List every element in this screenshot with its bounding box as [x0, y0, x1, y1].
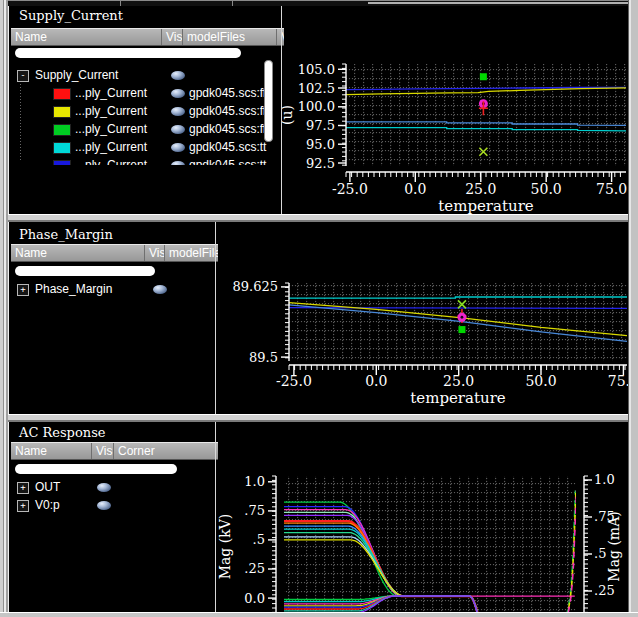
svg-text:1.0: 1.0 [244, 474, 265, 489]
signal-tree: - Supply_Current ...ply_Current gpdk045.… [11, 66, 281, 165]
window-right-frame [628, 0, 638, 617]
visibility-eye-icon[interactable] [171, 107, 185, 116]
svg-text:25.0: 25.0 [443, 373, 474, 389]
tree-row[interactable]: + OUT [11, 478, 215, 496]
trace-color-swatch [53, 160, 71, 165]
supply-current-plot[interactable]: -25.00.025.050.075.0temperature105.0102.… [282, 6, 629, 214]
column-header-corner[interactable]: Corner [113, 443, 218, 459]
modelfiles-value: gpdk045.scs:ff [189, 104, 266, 118]
tree-item-label: ...ply_Current [75, 122, 147, 136]
svg-text:75.0: 75.0 [596, 181, 627, 197]
tree-item-label: ...ply_Current [75, 86, 147, 100]
table-header: Name Vis Corner [11, 442, 218, 460]
visibility-eye-icon[interactable] [153, 285, 167, 294]
panel-title: AC Response [19, 425, 106, 440]
collapse-expander-icon[interactable]: - [17, 70, 29, 82]
horizontal-scrollbar-thumb[interactable] [15, 266, 155, 276]
svg-text:50.0: 50.0 [525, 373, 556, 389]
visibility-eye-icon[interactable] [171, 143, 185, 152]
trace-color-swatch [53, 142, 71, 154]
column-header-modelfiles[interactable]: modelFiles [182, 29, 276, 45]
column-header-name[interactable]: Name [11, 443, 91, 459]
ac-response-plot[interactable]: 1.0.75.5.250.0Mag (kV)1.0.75.5.25Mag (mA… [216, 420, 629, 617]
svg-text:-25.0: -25.0 [332, 181, 368, 197]
modelfiles-value: gpdk045.scs:tt [189, 140, 266, 154]
expand-expander-icon[interactable]: + [17, 284, 29, 296]
tree-row[interactable]: ...ply_Current gpdk045.scs:ff [11, 120, 281, 138]
tree-root-label: Phase_Margin [35, 282, 112, 296]
svg-text:92.5: 92.5 [306, 156, 335, 171]
tree-row[interactable]: + V0:p [11, 496, 215, 514]
tree-row[interactable]: ...ply_Current gpdk045.scs:ff [11, 84, 281, 102]
svg-text:temperature: temperature [410, 389, 506, 407]
svg-text:89.625: 89.625 [233, 279, 279, 294]
svg-text:50.0: 50.0 [531, 181, 562, 197]
svg-text:(u): (u) [282, 105, 295, 125]
window-bottom-edge [0, 612, 638, 617]
tree-row[interactable]: - Supply_Current [11, 66, 281, 84]
phase-margin-plot[interactable]: -25.00.025.050.075.0temperature89.62589.… [216, 222, 629, 414]
table-header: Name Vis modelFiles V [11, 28, 284, 46]
panel-ac-response: AC Response Name Vis Corner + OUT + V0:p… [8, 420, 628, 617]
vertical-scrollbar-thumb[interactable] [264, 60, 273, 142]
column-header-vis[interactable]: Vis [91, 443, 113, 459]
column-header-name[interactable]: Name [11, 29, 161, 45]
svg-text:-25.0: -25.0 [276, 373, 312, 389]
horizontal-scrollbar-thumb[interactable] [15, 464, 177, 474]
expand-expander-icon[interactable]: + [17, 500, 29, 512]
svg-text:1.0: 1.0 [594, 472, 615, 487]
tree-root-label: OUT [35, 480, 60, 494]
svg-text:Mag (mA): Mag (mA) [606, 511, 622, 581]
svg-text:.25: .25 [594, 583, 615, 598]
signal-tree: + Phase_Margin [11, 280, 215, 340]
visibility-eye-icon[interactable] [171, 71, 185, 80]
tree-row[interactable]: ...ply_Current gpdk045.scs:tt [11, 156, 281, 165]
trace-color-swatch [53, 124, 71, 136]
svg-text:.25: .25 [244, 561, 265, 576]
svg-text:75.0: 75.0 [608, 373, 629, 389]
column-header-vis[interactable]: Vis [161, 29, 182, 45]
tree-row[interactable]: ...ply_Current gpdk045.scs:tt [11, 138, 281, 156]
svg-text:.5: .5 [594, 546, 606, 561]
panel-title: Phase_Margin [19, 227, 113, 242]
waveform-viewer-window: Supply_Current Name Vis modelFiles V - S… [0, 0, 638, 617]
expand-expander-icon[interactable]: + [17, 482, 29, 494]
column-header-name[interactable]: Name [11, 245, 144, 261]
svg-text:.5: .5 [253, 532, 265, 547]
svg-text:0.0: 0.0 [244, 591, 265, 606]
svg-text:89.5: 89.5 [249, 350, 278, 365]
tree-root-label: V0:p [35, 498, 60, 512]
horizontal-scrollbar-thumb[interactable] [15, 48, 241, 58]
svg-text:97.5: 97.5 [306, 118, 335, 133]
visibility-eye-icon[interactable] [171, 89, 185, 98]
visibility-eye-icon[interactable] [97, 501, 111, 510]
column-header-modelfiles[interactable]: modelFiles [164, 245, 218, 261]
modelfiles-value: gpdk045.scs:ff [189, 122, 266, 136]
panel-phase-margin: Phase_Margin Name Vis modelFiles + Phase… [8, 222, 628, 414]
svg-text:100.0: 100.0 [298, 99, 335, 114]
signal-tree: + OUT + V0:p [11, 478, 215, 538]
svg-text:105.0: 105.0 [298, 62, 335, 77]
visibility-eye-icon[interactable] [97, 483, 111, 492]
panel-supply-current: Supply_Current Name Vis modelFiles V - S… [8, 6, 628, 214]
panel-title: Supply_Current [19, 8, 123, 23]
panel-splitter[interactable] [8, 414, 628, 422]
visibility-eye-icon[interactable] [171, 125, 185, 134]
column-header-vis[interactable]: Vis [144, 245, 164, 261]
svg-text:temperature: temperature [438, 197, 534, 214]
table-header: Name Vis modelFiles [11, 244, 218, 262]
modelfiles-value: gpdk045.scs:tt [189, 158, 266, 165]
window-left-frame [0, 0, 8, 617]
tree-item-label: ...ply_Current [75, 140, 147, 154]
svg-text:0.0: 0.0 [365, 373, 387, 389]
svg-text:0.0: 0.0 [404, 181, 426, 197]
tree-row[interactable]: ...ply_Current gpdk045.scs:ff [11, 102, 281, 120]
panel-splitter[interactable] [8, 214, 628, 222]
tree-row[interactable]: + Phase_Margin [11, 280, 215, 298]
svg-text:Mag (kV): Mag (kV) [217, 514, 233, 580]
window-top-edge [0, 0, 638, 6]
svg-text:95.0: 95.0 [306, 137, 335, 152]
tree-item-label: ...ply_Current [75, 158, 147, 165]
visibility-eye-icon[interactable] [171, 161, 185, 165]
tree-item-label: ...ply_Current [75, 104, 147, 118]
